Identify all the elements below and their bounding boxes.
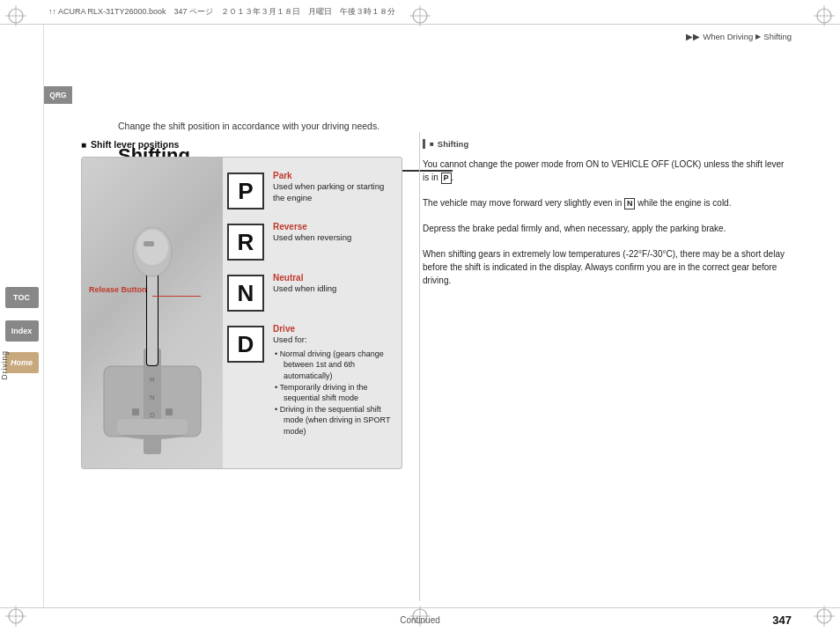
svg-text:R: R [150,376,155,384]
gear-item-n: N Neutral Used when idling [227,273,393,312]
release-btn-line [152,296,201,297]
gear-letter-d: D [227,326,264,363]
gear-name-p: Park [273,171,393,180]
toc-button[interactable]: TOC [5,287,39,308]
gear-letter-p: P [227,173,264,209]
release-button-label: Release Button [89,285,147,294]
gear-bullet-d-2: Temporarily driving in the sequential sh… [275,382,393,404]
info-para-1: You cannot change the power mode from ON… [423,158,792,184]
shift-diagram: P R N D Release Button P P [81,157,402,469]
breadcrumb-prefix: ▶▶ [686,32,700,41]
gear-info-d: Drive Used for: Normal driving (gears ch… [273,324,393,437]
gear-bullets-d: Normal driving (gears change between 1st… [275,349,393,437]
gear-item-r: R Reverse Used when reversing [227,222,393,261]
right-info-column: Shifting You cannot change the power mod… [423,123,792,601]
svg-rect-30 [117,419,188,435]
gear-item-p: P Park Used when parking or starting the… [227,171,393,209]
page-number: 347 [772,614,792,627]
gear-info-n: Neutral Used when idling [273,273,393,295]
continued-label: Continued [400,615,440,625]
gear-desc-n: Used when idling [273,283,393,295]
section-heading: Shift lever positions [81,139,179,150]
svg-point-27 [136,230,168,265]
bottom-bar: Continued [0,607,840,632]
breadcrumb-shifting: Shifting [763,32,792,41]
gear-name-d: Drive [273,324,393,334]
svg-rect-31 [132,408,139,415]
index-button[interactable]: Index [5,320,39,342]
corner-tr [814,5,835,26]
info-section-title: Shifting [423,139,792,149]
breadcrumb-arrow: ▶ [755,33,761,40]
info-section-title-text: Shifting [438,139,468,149]
gear-name-n: Neutral [273,273,393,283]
breadcrumb: ▶▶ When Driving ▶ Shifting [686,32,792,41]
svg-rect-28 [144,241,154,246]
driving-label: Driving [0,350,44,379]
info-para-2: The vehicle may move forward very slight… [423,196,792,209]
gear-info-p: Park Used when parking or starting the e… [273,171,393,204]
gear-item-d: D Drive Used for: Normal driving (gears … [227,324,393,437]
gear-ref-n: N [624,198,636,209]
column-divider [419,132,420,601]
gear-name-r: Reverse [273,222,393,231]
gear-gate: P Park Used when parking or starting the… [218,158,402,468]
gear-desc-p: Used when parking or starting the engine [273,181,393,204]
left-sidebar: Driving TOC Index Home [0,25,44,607]
gear-lever-image: P R N D [82,158,223,468]
svg-text:N: N [150,393,155,401]
gear-ref-p: P [441,173,452,184]
corner-tc [409,5,431,26]
section-heading-text: Shift lever positions [91,139,179,150]
corner-tl [5,5,26,26]
gear-desc-r: Used when reversing [273,232,393,244]
svg-text:D: D [150,411,155,419]
breadcrumb-when-driving: When Driving [703,32,753,41]
gear-bullet-d-1: Normal driving (gears change between 1st… [275,349,393,382]
info-para-3: Depress the brake pedal firmly and, when… [423,222,792,235]
gear-bullet-d-3: Driving in the sequential shift mode (wh… [275,404,393,437]
gear-letter-r: R [227,224,264,261]
qrg-tag: QRG [44,86,72,104]
gear-info-r: Reverse Used when reversing [273,222,393,244]
gear-letter-n: N [227,275,264,312]
gear-desc-d: Used for: [273,334,393,346]
page-subtitle: Change the shift position in accordance … [118,121,379,131]
info-para-4: When shifting gears in extremely low tem… [423,247,792,287]
japanese-header: ↑↑ ACURA RLX-31TY26000.book 347 ページ ２０１３… [48,6,395,18]
svg-rect-32 [166,408,173,415]
svg-rect-25 [147,261,158,365]
